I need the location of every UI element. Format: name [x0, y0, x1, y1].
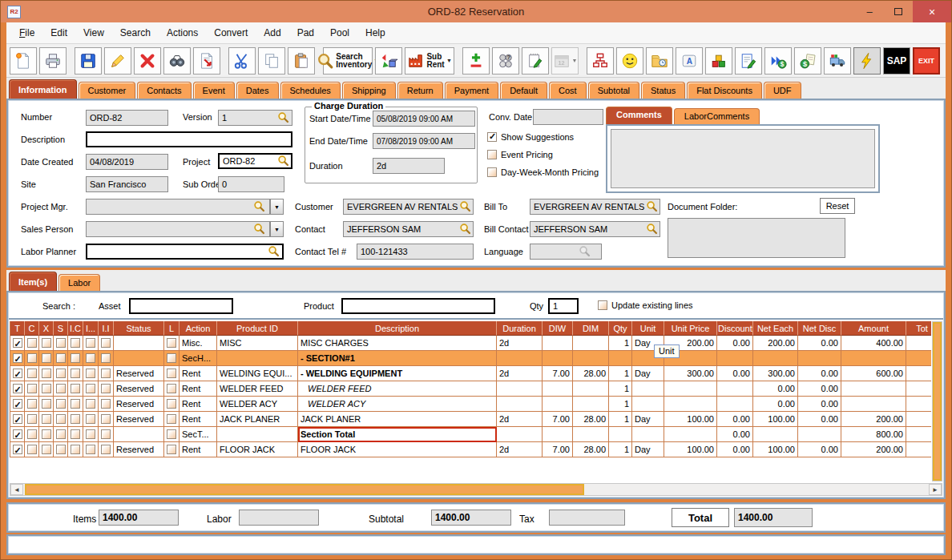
menu-add[interactable]: Add [256, 24, 288, 42]
cell-amount[interactable] [841, 351, 906, 366]
cell-diw[interactable] [543, 397, 573, 412]
send-invoice-button[interactable]: $ [764, 47, 792, 75]
cell-ic[interactable] [68, 442, 83, 457]
cell-unit-price[interactable] [664, 427, 717, 442]
cell-action[interactable]: Rent [180, 397, 217, 412]
cell-c[interactable] [25, 351, 39, 366]
column-header-tot[interactable]: Tot [906, 321, 931, 336]
cell-s[interactable] [54, 412, 68, 427]
checkbox[interactable] [56, 384, 66, 393]
cell-dim[interactable] [573, 397, 609, 412]
cell-idots[interactable] [83, 427, 99, 442]
checkbox[interactable] [167, 369, 176, 378]
cell-idots[interactable] [83, 336, 99, 351]
cell-s[interactable] [54, 336, 68, 351]
checkbox[interactable] [167, 414, 176, 424]
cell-l[interactable] [164, 442, 180, 457]
checkbox[interactable] [86, 384, 95, 393]
cell-discount[interactable]: 0.00 [717, 366, 753, 381]
checkbox[interactable] [27, 353, 37, 363]
cell-l[interactable] [164, 427, 180, 442]
cell-product-id[interactable]: WELDING EQUI... [217, 366, 298, 381]
cell-net-disc[interactable]: 0.00 [798, 412, 841, 427]
cell-net-disc[interactable]: 0.00 [798, 366, 841, 381]
checkbox[interactable] [56, 399, 66, 409]
cell-ii[interactable] [99, 397, 114, 412]
language-field[interactable] [530, 244, 602, 260]
cell-qty[interactable]: 1 [609, 442, 632, 457]
maximize-button[interactable] [884, 1, 913, 22]
cell-t[interactable] [10, 366, 25, 381]
customer-field[interactable]: EVERGREEN AV RENTALS [343, 199, 474, 215]
cell-net-disc[interactable]: 0.00 [798, 336, 841, 351]
checkbox[interactable] [42, 445, 51, 454]
cell-unit[interactable] [632, 381, 664, 397]
menu-view[interactable]: View [75, 24, 112, 42]
horizontal-scrollbar-thumb[interactable] [25, 484, 584, 495]
cell-c[interactable] [25, 366, 39, 381]
cell-ii[interactable] [99, 427, 114, 442]
menu-file[interactable]: File [11, 24, 42, 42]
cell-diw[interactable] [543, 351, 573, 366]
cell-status[interactable]: Reserved [114, 366, 164, 381]
add-line-button[interactable] [462, 47, 490, 75]
cell-x[interactable] [39, 427, 54, 442]
search-inventory-button[interactable]: Search Inventory▼ [323, 47, 373, 75]
customer-lookup-icon[interactable] [459, 200, 471, 212]
checkbox[interactable] [167, 353, 176, 363]
checkbox[interactable] [487, 167, 497, 177]
cell-product-id[interactable]: WELDER ACY [217, 397, 298, 412]
option-show-suggestions[interactable]: Show Suggestions [487, 132, 574, 142]
checkbox[interactable] [101, 399, 111, 409]
column-header-x[interactable]: X [39, 321, 54, 336]
cell-idots[interactable] [83, 381, 99, 397]
checkbox[interactable] [56, 414, 66, 424]
checkbox[interactable] [487, 150, 497, 159]
cell-ii[interactable] [99, 381, 114, 397]
cell-product-id[interactable] [217, 351, 298, 366]
menu-search[interactable]: Search [112, 24, 159, 42]
checkbox[interactable] [86, 429, 95, 439]
table-row[interactable]: ReservedRentJACK PLANERJACK PLANER2d7.00… [10, 412, 931, 427]
cell-diw[interactable] [543, 381, 573, 397]
checkbox[interactable] [42, 399, 51, 409]
checkbox[interactable] [101, 353, 111, 363]
sub-rent-button[interactable]: Sub Rent▼ [405, 47, 454, 75]
cell-idots[interactable] [83, 442, 99, 457]
save-button[interactable] [75, 47, 102, 75]
scroll-right-arrow[interactable]: ► [929, 484, 942, 495]
tab-dates[interactable]: Dates [236, 82, 279, 99]
copy-special-button[interactable] [193, 47, 220, 75]
cell-status[interactable] [114, 336, 164, 351]
cell-description[interactable]: Section Total [298, 427, 497, 442]
cell-c[interactable] [25, 412, 39, 427]
cell-tot[interactable] [906, 412, 931, 427]
menu-help[interactable]: Help [357, 24, 393, 42]
cell-product-id[interactable]: WELDER FEED [217, 381, 298, 397]
cell-x[interactable] [39, 381, 54, 397]
column-header-i-[interactable]: I... [83, 321, 99, 336]
cell-description[interactable]: WELDER FEED [298, 381, 497, 397]
column-header-dim[interactable]: DIM [573, 321, 609, 336]
cell-action[interactable]: Rent [180, 442, 217, 457]
cell-amount[interactable] [841, 397, 906, 412]
checkbox[interactable] [13, 414, 22, 424]
cell-description[interactable]: - WELDING EQUIPMENT [298, 366, 497, 381]
scroll-left-arrow[interactable]: ◄ [10, 484, 23, 495]
option-event-pricing[interactable]: Event Pricing [487, 150, 553, 159]
delete-button[interactable] [134, 47, 161, 75]
cell-action[interactable]: SecH... [180, 351, 217, 366]
cell-action[interactable]: SecT... [180, 427, 217, 442]
column-header-diw[interactable]: DIW [543, 321, 573, 336]
column-header-i-i[interactable]: I.I [99, 321, 114, 336]
tab-customer[interactable]: Customer [79, 82, 136, 99]
checkbox[interactable] [167, 429, 176, 439]
project-mgr-field[interactable] [86, 199, 270, 215]
checkbox[interactable] [27, 369, 37, 378]
keyboard-button[interactable]: A [676, 47, 703, 75]
cell-dim[interactable]: 28.00 [573, 366, 609, 381]
reset-button[interactable]: Reset [820, 198, 855, 214]
cell-duration[interactable] [497, 351, 543, 366]
cell-unit-price[interactable]: 100.00 [664, 442, 717, 457]
version-lookup-icon[interactable] [277, 111, 289, 123]
